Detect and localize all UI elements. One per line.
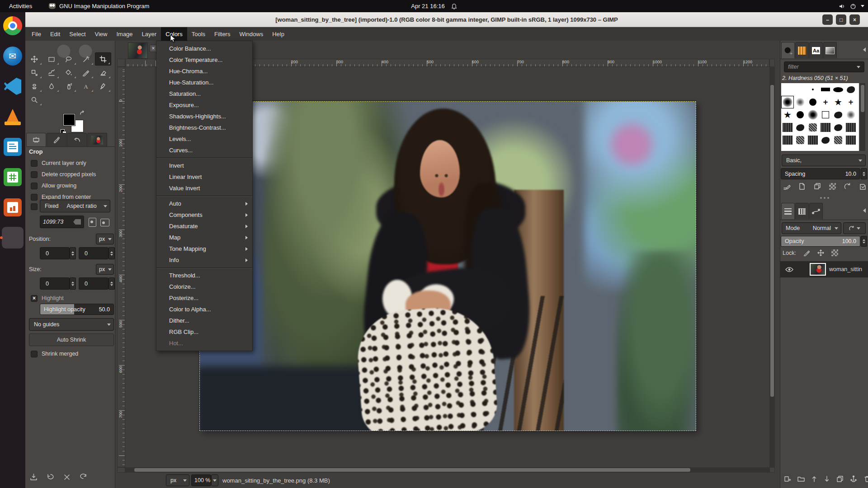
menubar-item[interactable]: Help bbox=[268, 27, 289, 41]
crop-option-checkbox[interactable]: Current layer only bbox=[31, 159, 115, 167]
tool-airbrush[interactable] bbox=[61, 80, 77, 93]
delete-layer-button[interactable] bbox=[863, 475, 868, 483]
guides-dropdown[interactable]: No guides bbox=[29, 318, 114, 331]
colors-menu-item[interactable]: Exposure... bbox=[156, 99, 252, 111]
dock-icon-vlc[interactable] bbox=[2, 106, 24, 127]
crop-option-checkbox[interactable]: Allow growing bbox=[31, 182, 115, 190]
brush-swatch[interactable] bbox=[819, 83, 832, 96]
tab-undo-history[interactable] bbox=[67, 133, 87, 146]
tab-tool-presets[interactable] bbox=[47, 133, 66, 146]
colors-menu-item[interactable]: Desaturate bbox=[156, 221, 252, 232]
active-app-indicator[interactable]: GNU Image Manipulation Program bbox=[49, 0, 149, 12]
brush-swatch[interactable] bbox=[832, 108, 844, 121]
new-layer-group-button[interactable] bbox=[797, 475, 805, 483]
tool-crop[interactable] bbox=[95, 52, 111, 66]
brush-swatch[interactable] bbox=[844, 134, 857, 146]
quick-mask-toggle[interactable] bbox=[117, 467, 125, 473]
menubar-item[interactable]: Edit bbox=[46, 27, 65, 41]
landscape-orientation-button[interactable] bbox=[100, 219, 109, 226]
colors-menu-item[interactable]: Colorize... bbox=[156, 281, 252, 292]
brush-swatch[interactable] bbox=[832, 96, 844, 108]
delete-brush-button[interactable] bbox=[829, 183, 836, 190]
tool-smudge[interactable] bbox=[43, 80, 60, 93]
clear-icon[interactable] bbox=[73, 219, 81, 225]
brush-swatch[interactable] bbox=[794, 96, 807, 108]
brush-swatch[interactable] bbox=[832, 83, 844, 96]
layer-mode-reset-button[interactable] bbox=[843, 222, 866, 234]
highlight-checkbox[interactable]: Highlight bbox=[31, 294, 64, 302]
size-width-spinner[interactable] bbox=[70, 277, 76, 290]
brush-swatch[interactable] bbox=[819, 121, 832, 134]
size-unit-dropdown[interactable]: px bbox=[96, 264, 114, 275]
dock-icon-thunderbird[interactable] bbox=[2, 45, 24, 67]
colors-menu-item[interactable]: Auto bbox=[156, 198, 252, 209]
foreground-color-swatch[interactable] bbox=[63, 114, 75, 126]
tool-eraser[interactable] bbox=[95, 66, 111, 79]
tab-fonts[interactable]: Aa bbox=[809, 42, 823, 58]
colors-menu-item[interactable]: Posterize... bbox=[156, 292, 252, 304]
brush-swatch[interactable] bbox=[781, 96, 794, 108]
colors-menu-item[interactable]: Color Balance... bbox=[156, 43, 252, 54]
dock-icon-terminal[interactable] bbox=[2, 287, 24, 309]
colors-menu-item[interactable]: RGB Clip... bbox=[156, 326, 252, 338]
open-brush-as-image-button[interactable] bbox=[859, 183, 867, 190]
swap-colors-icon[interactable] bbox=[80, 110, 86, 116]
colors-menu-item[interactable]: Components bbox=[156, 209, 252, 221]
tool-rectangle-select[interactable] bbox=[43, 52, 60, 66]
aspect-ratio-input[interactable]: 1099:73 bbox=[40, 216, 84, 228]
brush-swatch[interactable] bbox=[794, 108, 807, 121]
position-y-input[interactable]: 0 bbox=[79, 247, 108, 259]
brush-swatch[interactable] bbox=[832, 121, 844, 134]
horizontal-scrollbar-thumb[interactable] bbox=[134, 468, 690, 472]
shrink-merged-checkbox[interactable]: Shrink merged bbox=[31, 350, 78, 358]
tool-ink[interactable] bbox=[95, 80, 111, 93]
clock[interactable]: Apr 21 16:16 bbox=[411, 3, 444, 9]
colors-menu-item[interactable]: Saturation... bbox=[156, 88, 252, 99]
brush-swatch[interactable] bbox=[794, 134, 807, 146]
colors-menu-item[interactable]: Levels... bbox=[156, 133, 252, 145]
menubar-item[interactable]: Select bbox=[65, 27, 90, 41]
image-tab-thumbnail[interactable] bbox=[128, 42, 148, 59]
canvas-image[interactable] bbox=[199, 101, 696, 431]
colors-menu-item[interactable]: Color Temperature... bbox=[156, 54, 252, 66]
tab-gradients[interactable] bbox=[823, 42, 837, 58]
brush-spacing-slider[interactable]: Spacing 10.0 bbox=[781, 168, 860, 179]
brush-swatch[interactable] bbox=[807, 134, 819, 146]
tab-layers[interactable] bbox=[781, 203, 795, 219]
colors-menu-item[interactable]: Brightness-Contrast... bbox=[156, 122, 252, 133]
colors-menu-item[interactable]: Hue-Saturation... bbox=[156, 77, 252, 88]
duplicate-layer-button[interactable] bbox=[836, 475, 844, 483]
colors-menu-item[interactable]: Shadows-Highlights... bbox=[156, 111, 252, 122]
tool-move[interactable] bbox=[26, 52, 42, 66]
dock-resize-handle[interactable] bbox=[780, 197, 868, 199]
system-tray[interactable] bbox=[839, 0, 864, 12]
colors-menu-item[interactable]: Hue-Chroma... bbox=[156, 66, 252, 77]
tab-brushes[interactable] bbox=[781, 42, 795, 58]
tool-fuzzy-select[interactable] bbox=[78, 52, 94, 66]
brush-swatch[interactable] bbox=[819, 134, 832, 146]
dock-icon-trash[interactable] bbox=[2, 408, 24, 430]
vertical-scrollbar-thumb[interactable] bbox=[770, 85, 774, 397]
raise-layer-button[interactable] bbox=[811, 475, 817, 483]
tool-bucket-fill[interactable] bbox=[61, 66, 77, 79]
horizontal-scrollbar[interactable] bbox=[125, 467, 769, 473]
tab-image-thumbnail[interactable] bbox=[87, 133, 107, 146]
statusbar-zoom-input[interactable]: 100 % bbox=[191, 474, 211, 486]
tab-tool-options[interactable] bbox=[26, 133, 46, 146]
size-height-input[interactable]: 0 bbox=[79, 277, 108, 290]
maximize-button[interactable]: □ bbox=[836, 14, 846, 25]
brush-filter-input[interactable]: filter bbox=[784, 61, 864, 72]
brush-swatch[interactable] bbox=[844, 121, 857, 134]
colors-menu-item[interactable]: Invert bbox=[156, 160, 252, 171]
vertical-scrollbar[interactable] bbox=[769, 67, 775, 467]
colors-menu-item[interactable]: Info bbox=[156, 254, 252, 266]
duplicate-brush-button[interactable] bbox=[814, 183, 821, 190]
dock-icon-vscode[interactable] bbox=[2, 75, 24, 97]
brush-spacing-spinner[interactable] bbox=[861, 168, 867, 179]
lower-layer-button[interactable] bbox=[824, 475, 830, 483]
position-x-input[interactable]: 0 bbox=[40, 247, 70, 259]
crop-option-checkbox[interactable]: Delete cropped pixels bbox=[31, 170, 115, 178]
colors-menu-item[interactable]: Threshold... bbox=[156, 270, 252, 281]
brush-swatch[interactable] bbox=[832, 134, 844, 146]
menubar-item[interactable]: Filters bbox=[210, 27, 235, 41]
